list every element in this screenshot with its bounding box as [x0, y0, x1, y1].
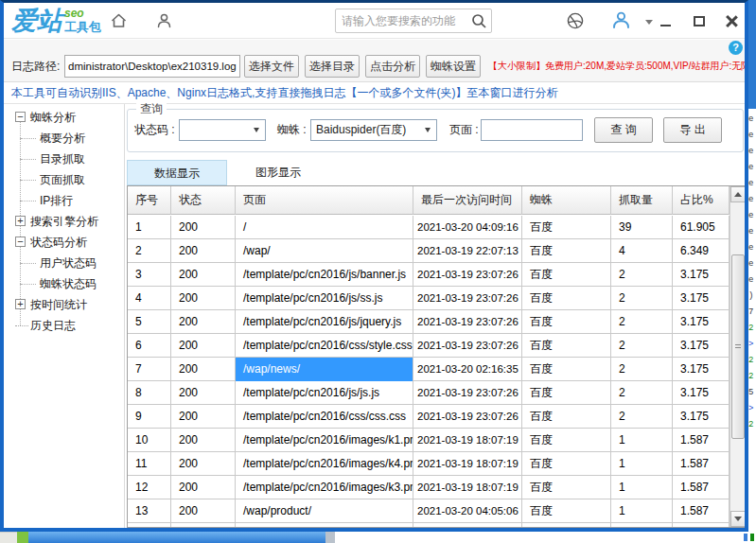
user-avatar-icon[interactable] — [611, 10, 630, 27]
tree-item[interactable]: 目录抓取 — [4, 149, 124, 169]
scroll-up-button[interactable] — [730, 186, 746, 202]
table-cell[interactable]: 3.175 — [673, 381, 730, 405]
table-row[interactable]: 6200/template/pc/cn2016/css/style.css202… — [128, 334, 730, 358]
table-cell[interactable]: 百度 — [522, 499, 611, 523]
table-cell[interactable]: /template/pc/cn2016/images/k4.png — [236, 452, 413, 476]
table-cell[interactable]: 1 — [611, 499, 673, 523]
table-cell[interactable]: 1 — [611, 452, 673, 476]
table-cell[interactable]: 10 — [128, 429, 171, 452]
table-cell[interactable]: /template/pc/cn2016/css/style.css — [236, 334, 413, 358]
table-cell[interactable]: 200 — [171, 287, 236, 310]
table-cell[interactable]: 2021-03-20 04:09:16 — [413, 216, 522, 239]
tree-item[interactable]: −蜘蛛分析 — [4, 107, 124, 128]
table-row[interactable]: 10200/template/pc/cn2016/images/k1.png20… — [128, 429, 730, 452]
table-cell[interactable]: 200 — [171, 358, 236, 381]
table-cell[interactable]: 3.175 — [673, 310, 730, 334]
table-cell[interactable]: 2 — [611, 358, 673, 381]
table-cell[interactable]: 200 — [171, 239, 236, 263]
table-cell[interactable]: 2021-03-19 22:07:13 — [413, 239, 522, 263]
table-cell[interactable]: 1.587 — [673, 476, 730, 499]
table-cell[interactable]: 1 — [128, 216, 171, 239]
help-icon[interactable] — [729, 41, 743, 55]
table-row[interactable]: 9200/template/pc/cn2016/css/css.css2021-… — [128, 405, 730, 429]
export-button[interactable]: 导 出 — [663, 117, 722, 143]
tab-data-view[interactable]: 数据显示 — [127, 160, 227, 185]
table-cell[interactable]: 2021-03-19 23:07:26 — [413, 405, 522, 429]
table-cell[interactable]: /template/pc/cn2016/js/jquery.js — [236, 310, 413, 334]
table-cell[interactable]: 12 — [128, 476, 171, 499]
log-path-input[interactable] — [64, 55, 240, 78]
maximize-button[interactable] — [687, 10, 712, 31]
table-header-cell[interactable]: 占比% — [673, 186, 730, 215]
table-cell[interactable]: 6 — [128, 334, 171, 358]
table-cell[interactable]: 2021-03-19 23:07:26 — [413, 334, 522, 358]
spider-settings-button[interactable]: 蜘蛛设置 — [426, 55, 481, 78]
table-row[interactable]: 2200/wap/2021-03-19 22:07:13百度46.349 — [128, 239, 730, 263]
tree-item[interactable]: 历史日志 — [4, 315, 124, 336]
table-cell[interactable]: 1 — [611, 429, 673, 452]
table-cell[interactable]: /wap/product/ — [236, 499, 413, 523]
table-row[interactable]: 5200/template/pc/cn2016/js/jquery.js2021… — [128, 310, 730, 334]
search-input[interactable] — [342, 10, 465, 31]
table-cell[interactable]: /template/pc/cn2016/images/ftbg.png — [236, 523, 413, 528]
table-header-cell[interactable]: 抓取量 — [611, 186, 673, 215]
tree-item[interactable]: +按时间统计 — [4, 294, 124, 315]
table-cell[interactable]: 百度 — [522, 381, 611, 405]
tree-item[interactable]: 概要分析 — [4, 128, 124, 149]
table-cell[interactable]: 61.905 — [673, 216, 730, 239]
table-cell[interactable]: 4 — [128, 287, 171, 310]
table-cell[interactable]: 百度 — [522, 476, 611, 499]
table-scrollbar[interactable] — [730, 186, 746, 527]
analyze-button[interactable]: 点击分析 — [365, 55, 420, 78]
tree-item[interactable]: −状态码分析 — [4, 232, 124, 253]
table-row[interactable]: 3200/template/pc/cn2016/js/banner.js2021… — [128, 263, 730, 287]
scroll-down-button[interactable] — [730, 511, 746, 527]
table-cell[interactable]: 200 — [171, 263, 236, 287]
table-cell[interactable]: /wap/news/ — [236, 358, 413, 381]
table-cell[interactable]: 9 — [128, 405, 171, 429]
table-cell[interactable]: /template/pc/cn2016/js/banner.js — [236, 263, 413, 287]
table-cell[interactable]: 百度 — [522, 429, 611, 452]
table-cell[interactable]: /wap/ — [236, 239, 413, 263]
table-header-cell[interactable]: 状态 — [171, 186, 236, 215]
table-cell[interactable]: 2021-03-19 18:07:19 — [413, 429, 522, 452]
table-cell[interactable]: 2021-03-19 23:07:26 — [413, 310, 522, 334]
table-cell[interactable]: 百度 — [522, 334, 611, 358]
status-code-select[interactable] — [179, 119, 266, 141]
table-cell[interactable]: /template/pc/cn2016/images/k3.png — [236, 476, 413, 499]
table-cell[interactable]: 2021-03-19 23:07:26 — [413, 381, 522, 405]
table-cell[interactable]: 4 — [611, 239, 673, 263]
table-cell[interactable]: 2 — [611, 310, 673, 334]
table-cell[interactable]: 200 — [171, 310, 236, 334]
table-cell[interactable]: 2021-03-20 02:16:35 — [413, 358, 522, 381]
table-cell[interactable]: 200 — [171, 405, 236, 429]
table-cell[interactable]: 3.175 — [673, 358, 730, 381]
table-cell[interactable]: /template/pc/cn2016/js/js.js — [236, 381, 413, 405]
table-cell[interactable]: 1.587 — [673, 523, 730, 528]
table-row[interactable]: 4200/template/pc/cn2016/js/ss.js2021-03-… — [128, 287, 730, 310]
table-cell[interactable]: 3 — [128, 263, 171, 287]
table-cell[interactable]: 2 — [611, 381, 673, 405]
select-directory-button[interactable]: 选择目录 — [305, 55, 360, 78]
table-cell[interactable]: 3.175 — [673, 263, 730, 287]
table-cell[interactable]: 2021-03-19 18:07:19 — [413, 476, 522, 499]
table-cell[interactable]: 百度 — [522, 239, 611, 263]
table-row[interactable]: 11200/template/pc/cn2016/images/k4.png20… — [128, 452, 730, 476]
table-cell[interactable]: 百度 — [522, 358, 611, 381]
contact-icon[interactable] — [155, 12, 174, 29]
table-cell[interactable]: 百度 — [522, 310, 611, 334]
table-cell[interactable]: 6.349 — [673, 239, 730, 263]
table-row[interactable]: 8200/template/pc/cn2016/js/js.js2021-03-… — [128, 381, 730, 405]
table-cell[interactable]: 3.175 — [673, 287, 730, 310]
table-cell[interactable]: 2 — [611, 263, 673, 287]
home-icon[interactable] — [110, 12, 129, 29]
table-header-cell[interactable]: 蜘蛛 — [522, 186, 611, 215]
table-cell[interactable]: /template/pc/cn2016/images/k1.png — [236, 429, 413, 452]
globe-icon[interactable] — [566, 11, 585, 28]
tree-expand-icon[interactable]: + — [15, 299, 26, 309]
table-row[interactable]: 1200/2021-03-20 04:09:16百度3961.905 — [128, 216, 730, 239]
chevron-down-icon[interactable] — [645, 20, 653, 25]
table-row[interactable]: 13200/wap/product/2021-03-20 04:05:06百度1… — [128, 499, 730, 523]
tree-collapse-icon[interactable]: − — [15, 112, 26, 122]
page-input[interactable] — [481, 119, 583, 141]
